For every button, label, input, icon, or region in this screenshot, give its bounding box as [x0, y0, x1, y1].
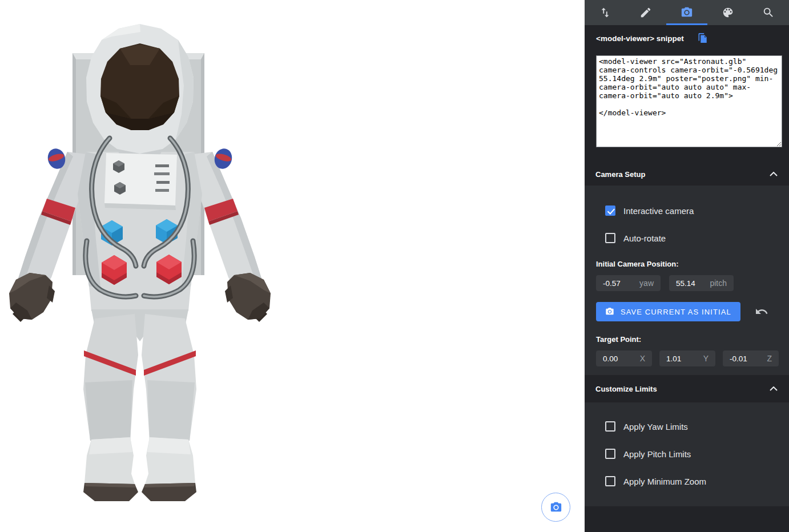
camera-icon [605, 307, 614, 316]
camera-icon [550, 501, 562, 514]
editor-panel: <model-viewer> snippet <model-viewer src… [585, 0, 789, 532]
target-x-input[interactable]: 0.00 X [596, 350, 652, 366]
yaw-input[interactable]: -0.57 yaw [596, 275, 661, 291]
copy-icon [698, 33, 708, 44]
customize-limits-title: Customize Limits [595, 385, 657, 393]
pitch-input[interactable]: 55.14 pitch [669, 275, 734, 291]
auto-rotate-checkbox[interactable] [605, 233, 615, 243]
camera-tab-content: <model-viewer> snippet <model-viewer src… [585, 25, 789, 532]
camera-setup-title: Camera Setup [595, 170, 645, 179]
model-viewport[interactable] [0, 0, 585, 532]
astronaut-model[interactable] [0, 17, 285, 508]
tab-camera[interactable] [666, 0, 707, 25]
copy-snippet-button[interactable] [698, 33, 708, 44]
tab-inspector[interactable] [748, 0, 789, 25]
auto-rotate-label: Auto-rotate [623, 233, 666, 243]
palette-icon [722, 6, 734, 19]
apply-yaw-limits-checkbox[interactable] [605, 421, 615, 432]
apply-yaw-limits-label: Apply Yaw Limits [623, 422, 688, 432]
tab-edit[interactable] [626, 0, 667, 25]
apply-minimum-zoom-row: Apply Minimum Zoom [585, 467, 789, 495]
camera-icon [681, 6, 693, 19]
target-z-unit-label: Z [767, 354, 772, 363]
auto-rotate-row: Auto-rotate [585, 224, 789, 252]
customize-limits-section: Apply Yaw Limits Apply Pitch Limits Appl… [585, 402, 789, 506]
revert-camera-button[interactable] [755, 305, 768, 319]
interactive-camera-label: Interactive camera [623, 206, 694, 216]
yaw-value: -0.57 [603, 279, 621, 288]
pitch-unit-label: pitch [710, 279, 727, 288]
snippet-title: <model-viewer> snippet [596, 34, 684, 43]
target-x-value: 0.00 [603, 354, 618, 363]
interactive-camera-checkbox[interactable] [605, 205, 615, 216]
target-y-unit-label: Y [703, 354, 709, 363]
download-screenshot-button[interactable] [541, 493, 570, 522]
tab-import-export[interactable] [585, 0, 626, 25]
apply-yaw-limits-row: Apply Yaw Limits [585, 413, 789, 440]
target-point-label: Target Point: [596, 335, 789, 344]
target-z-input[interactable]: -0.01 Z [723, 350, 779, 366]
apply-pitch-limits-label: Apply Pitch Limits [623, 449, 691, 459]
pencil-icon [639, 6, 652, 19]
target-x-unit-label: X [640, 354, 645, 363]
apply-pitch-limits-checkbox[interactable] [605, 449, 615, 459]
save-current-as-initial-button[interactable]: SAVE CURRENT AS INITIAL [596, 302, 740, 321]
save-button-label: SAVE CURRENT AS INITIAL [621, 308, 731, 316]
chevron-up-icon [770, 172, 778, 176]
pitch-value: 55.14 [676, 279, 695, 288]
tab-materials[interactable] [707, 0, 748, 25]
camera-setup-section: Interactive camera Auto-rotate Initial C… [585, 186, 789, 375]
chest-panel [104, 153, 177, 210]
helmet [86, 24, 194, 154]
swap-vertical-icon [599, 6, 611, 19]
initial-camera-position-label: Initial Camera Position: [596, 260, 789, 268]
panel-tabbar [585, 0, 789, 25]
customize-limits-header: Customize Limits [585, 375, 789, 402]
apply-minimum-zoom-checkbox[interactable] [605, 476, 615, 486]
target-y-value: 1.01 [666, 354, 681, 363]
apply-minimum-zoom-label: Apply Minimum Zoom [623, 477, 706, 486]
camera-setup-header: Camera Setup [585, 163, 789, 186]
target-y-input[interactable]: 1.01 Y [659, 350, 715, 366]
snippet-textarea[interactable]: <model-viewer src="Astronaut.glb" camera… [596, 55, 782, 147]
interactive-camera-row: Interactive camera [585, 197, 789, 224]
left-glove [9, 273, 55, 322]
camera-setup-collapse-button[interactable] [767, 170, 780, 179]
target-z-value: -0.01 [730, 354, 747, 363]
yaw-unit-label: yaw [639, 279, 654, 288]
apply-pitch-limits-row: Apply Pitch Limits [585, 440, 789, 467]
search-icon [762, 6, 775, 19]
boots [83, 437, 196, 501]
chevron-up-icon [770, 386, 778, 391]
undo-icon [755, 305, 768, 319]
right-glove [225, 273, 271, 322]
customize-limits-collapse-button[interactable] [767, 384, 780, 393]
